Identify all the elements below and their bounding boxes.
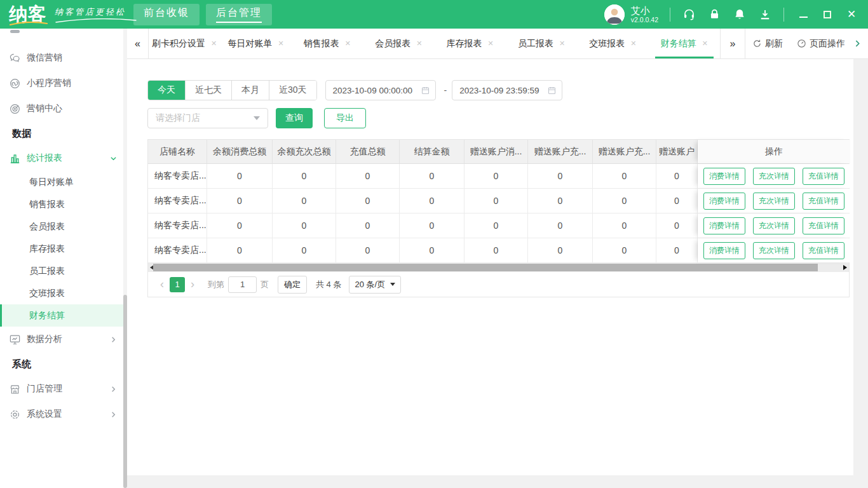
store-select[interactable]: 请选择门店 — [147, 108, 268, 128]
quick-range-button[interactable]: 近七天 — [186, 81, 232, 100]
actions-cell: 消费详情 充次详情 充值详情 — [698, 189, 850, 213]
quick-range-button[interactable]: 近30天 — [269, 81, 316, 100]
date-filter-row: 今天 近七天 本月 近30天 2023-10-09 00:00:00 — [147, 80, 853, 100]
main-area: « 刷卡积分设置 ✕ 每日对账单 ✕ — [127, 29, 868, 488]
horizontal-scrollbar[interactable] — [148, 263, 849, 272]
chevron-right-icon — [110, 411, 117, 418]
export-button[interactable]: 导出 — [324, 108, 366, 128]
quick-range-group: 今天 近七天 本月 近30天 — [147, 80, 317, 100]
download-icon[interactable] — [758, 8, 772, 22]
mode-tab[interactable]: 后台管理 — [206, 4, 272, 25]
close-tab-icon[interactable]: ✕ — [702, 39, 708, 48]
refresh-button[interactable]: 刷新 — [745, 29, 790, 58]
column-header: 余额充次总额 — [273, 140, 336, 163]
more-actions-arrow-icon[interactable] — [852, 29, 868, 58]
page-size-select[interactable]: 20 条/页 — [349, 276, 401, 294]
quick-range-button[interactable]: 本月 — [232, 81, 269, 100]
sidebar-subitem[interactable]: 销售报表 — [0, 193, 127, 215]
bar-chart-icon — [9, 152, 21, 165]
sidebar-item-store-management[interactable]: 门店管理 — [0, 376, 127, 402]
recharge-detail-button[interactable]: 充值详情 — [803, 217, 844, 234]
close-tab-icon[interactable]: ✕ — [559, 39, 565, 48]
recharge-detail-button[interactable]: 充值详情 — [803, 168, 844, 185]
close-tab-icon[interactable]: ✕ — [211, 39, 217, 48]
sidebar-item-system-settings[interactable]: 系统设置 — [0, 402, 127, 427]
minimize-button[interactable] — [798, 10, 808, 20]
tabs-scroll-right-button[interactable]: » — [720, 29, 745, 58]
recharge-detail-button[interactable]: 充值详情 — [803, 242, 844, 259]
sidebar-subitem[interactable]: 会员报表 — [0, 215, 127, 238]
scrollbar-thumb[interactable] — [153, 264, 818, 271]
sidebar-scrollbar[interactable] — [123, 29, 127, 488]
chevron-right-icon — [110, 386, 117, 393]
page-tab[interactable]: 会员报表 ✕ — [363, 29, 434, 58]
close-tab-icon[interactable]: ✕ — [278, 39, 283, 48]
prev-page-button[interactable]: ‹ — [154, 278, 170, 291]
scrollbar-thumb[interactable] — [123, 295, 127, 488]
maximize-button[interactable] — [822, 10, 832, 20]
end-datetime-value: 2023-10-09 23:59:59 — [459, 86, 547, 95]
consume-detail-button[interactable]: 消费详情 — [703, 168, 745, 185]
recharge-times-detail-button[interactable]: 充次详情 — [753, 193, 795, 210]
quick-range-button[interactable]: 今天 — [148, 81, 186, 100]
sidebar-subitem[interactable]: 员工报表 — [0, 260, 127, 282]
mode-tab[interactable]: 前台收银 — [133, 4, 200, 25]
sidebar-item-stats-reports[interactable]: 统计报表 — [0, 146, 127, 171]
column-header: 充值总额 — [336, 140, 400, 163]
value-cell: 0 — [336, 238, 400, 262]
store-name-cell: 纳客专卖店... — [148, 189, 207, 213]
sidebar-subitem[interactable]: 每日对账单 — [0, 171, 127, 193]
page-tab[interactable]: 每日对账单 ✕ — [220, 29, 291, 58]
page-tab[interactable]: 员工报表 ✕ — [506, 29, 577, 58]
next-page-button[interactable]: › — [185, 278, 200, 291]
chevron-right-icon — [110, 336, 117, 343]
sidebar-item-data-analysis[interactable]: 数据分析 — [0, 327, 127, 352]
tabs-scroll-left-button[interactable]: « — [127, 29, 149, 58]
goto-page-input[interactable]: 1 — [228, 276, 257, 293]
value-cell: 0 — [465, 214, 528, 238]
user-info[interactable]: 艾小 v2.0.0.42 — [631, 5, 658, 24]
notifications-bell-icon[interactable] — [733, 8, 747, 22]
page-actions-button[interactable]: 页面操作 — [790, 29, 852, 58]
value-cell: 0 — [273, 164, 336, 188]
page-tab[interactable]: 库存报表 ✕ — [435, 29, 506, 58]
column-header-clipped: 赠送账户 — [656, 140, 698, 163]
actions-cell: 消费详情 充次详情 充值详情 — [698, 164, 850, 188]
avatar[interactable] — [604, 4, 625, 25]
recharge-times-detail-button[interactable]: 充次详情 — [753, 168, 795, 185]
close-window-button[interactable]: ✕ — [846, 10, 857, 20]
page-number-button[interactable]: 1 — [170, 277, 185, 292]
sidebar-item-label: 小程序营销 — [27, 78, 71, 89]
support-headset-icon[interactable] — [682, 8, 696, 22]
lock-icon[interactable] — [707, 8, 721, 22]
recharge-times-detail-button[interactable]: 充次详情 — [753, 242, 795, 259]
sidebar-subitem[interactable]: 财务结算 — [0, 304, 127, 327]
sidebar-item-wechat-marketing[interactable]: 微信营销 — [0, 45, 127, 71]
sidebar-item-miniprogram-marketing[interactable]: 小程序营销 — [0, 71, 127, 96]
sidebar-subitem[interactable]: 交班报表 — [0, 282, 127, 304]
page-tab[interactable]: 销售报表 ✕ — [292, 29, 363, 58]
close-tab-icon[interactable]: ✕ — [630, 39, 636, 48]
page-tab[interactable]: 财务结算 ✕ — [649, 29, 720, 58]
scroll-right-arrow-icon[interactable] — [843, 265, 847, 270]
page-tab[interactable]: 刷卡积分设置 ✕ — [149, 29, 220, 58]
end-datetime-input[interactable]: 2023-10-09 23:59:59 — [452, 80, 562, 100]
recharge-times-detail-button[interactable]: 充次详情 — [753, 217, 795, 234]
recharge-detail-button[interactable]: 充值详情 — [803, 193, 844, 210]
consume-detail-button[interactable]: 消费详情 — [703, 242, 745, 259]
search-button[interactable]: 查询 — [276, 108, 313, 128]
close-tab-icon[interactable]: ✕ — [416, 39, 422, 48]
page-tab[interactable]: 交班报表 ✕ — [577, 29, 648, 58]
close-tab-icon[interactable]: ✕ — [488, 39, 494, 48]
partial-menu-item — [10, 30, 20, 33]
sidebar-item-label: 微信营销 — [27, 52, 62, 64]
consume-detail-button[interactable]: 消费详情 — [703, 193, 745, 210]
sidebar-subitem[interactable]: 库存报表 — [0, 238, 127, 260]
start-datetime-input[interactable]: 2023-10-09 00:00:00 — [325, 80, 436, 100]
confirm-page-button[interactable]: 确定 — [278, 276, 307, 294]
sidebar-section-data: 数据 — [0, 121, 127, 146]
sidebar-item-marketing-center[interactable]: 营销中心 — [0, 96, 127, 121]
actions-cell: 消费详情 充次详情 充值详情 — [698, 214, 850, 238]
close-tab-icon[interactable]: ✕ — [345, 39, 351, 48]
consume-detail-button[interactable]: 消费详情 — [703, 217, 745, 234]
